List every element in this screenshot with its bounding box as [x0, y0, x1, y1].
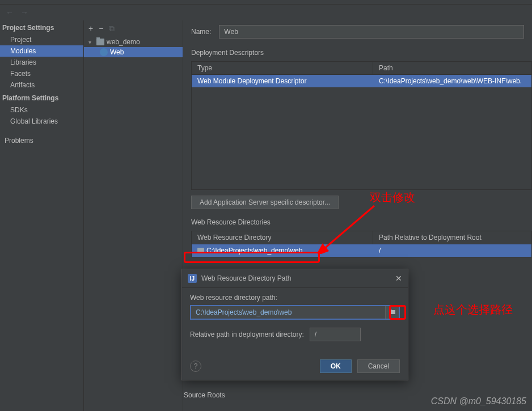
path-label: Web resource directory path: — [190, 294, 400, 302]
sidebar-item-global-libraries[interactable]: Global Libraries — [0, 116, 83, 127]
chevron-down-icon: ▾ — [88, 39, 94, 45]
wrd-cell-rel: / — [373, 244, 531, 257]
web-icon — [100, 48, 108, 56]
ok-button[interactable]: OK — [320, 359, 352, 373]
add-icon[interactable]: + — [88, 24, 93, 33]
sidebar-item-project[interactable]: Project — [0, 34, 83, 45]
source-roots-label: Source Roots — [184, 391, 225, 399]
sidebar-item-sdks[interactable]: SDKs — [0, 104, 83, 116]
dd-table-empty — [192, 87, 531, 189]
folder-icon — [96, 39, 104, 45]
dd-cell-path: C:\IdeaProjects\web_demo\web\WEB-INF\web… — [373, 75, 531, 87]
web-resource-directories-label: Web Resource Directories — [183, 215, 532, 231]
tree-toolbar: + − ⧉ — [84, 23, 183, 37]
dd-header-path: Path — [373, 62, 531, 74]
annotation-text-1: 双击修改 — [370, 190, 415, 205]
sidebar-item-facets[interactable]: Facets — [0, 68, 83, 79]
project-settings-header: Project Settings — [0, 20, 83, 34]
sidebar-item-libraries[interactable]: Libraries — [0, 57, 83, 68]
platform-settings-header: Platform Settings — [0, 91, 83, 104]
wrd-header-dir: Web Resource Directory — [192, 231, 373, 244]
settings-sidebar: Project Settings Project Modules Librari… — [0, 20, 84, 411]
tree-root-web-demo[interactable]: ▾ web_demo — [84, 37, 183, 47]
copy-icon[interactable]: ⧉ — [109, 24, 115, 33]
dd-cell-type: Web Module Deployment Descriptor — [192, 75, 373, 87]
module-tree-panel: + − ⧉ ▾ web_demo Web — [84, 20, 183, 411]
path-input[interactable] — [191, 306, 385, 319]
watermark: CSDN @m0_59430185 — [431, 396, 526, 406]
deployment-descriptors-label: Deployment Descriptors — [183, 45, 532, 61]
web-resource-path-dialog: IJ Web Resource Directory Path ✕ Web res… — [181, 269, 408, 380]
tree-root-label: web_demo — [107, 38, 140, 46]
tree-item-web[interactable]: Web — [84, 47, 183, 57]
titlebar — [0, 0, 532, 5]
dd-table-row[interactable]: Web Module Deployment Descriptor C:\Idea… — [192, 75, 531, 87]
rel-path-input[interactable] — [310, 328, 361, 341]
deployment-descriptors-table: Type Path Web Module Deployment Descript… — [191, 61, 532, 190]
sidebar-item-artifacts[interactable]: Artifacts — [0, 79, 83, 91]
cancel-button[interactable]: Cancel — [357, 359, 400, 373]
back-arrow[interactable]: ← — [3, 8, 16, 17]
nav-toolbar: ← → — [0, 5, 532, 20]
remove-icon[interactable]: − — [99, 24, 103, 33]
tree-item-label: Web — [110, 48, 124, 56]
sidebar-item-problems[interactable]: Problems — [0, 135, 83, 146]
wrd-table-row[interactable]: C:\IdeaProjects\web_demo\web / — [192, 244, 531, 257]
sidebar-item-modules[interactable]: Modules — [0, 45, 83, 57]
browse-button[interactable] — [385, 306, 399, 319]
help-icon[interactable]: ? — [190, 361, 201, 372]
rel-path-label: Relative path in deployment directory: — [190, 331, 304, 338]
dd-header-type: Type — [192, 62, 373, 74]
dialog-title: Web Resource Directory Path — [201, 274, 395, 282]
dialog-icon: IJ — [188, 274, 197, 283]
close-icon[interactable]: ✕ — [395, 274, 402, 283]
wrd-header-rel: Path Relative to Deployment Root — [373, 231, 531, 244]
name-label: Name: — [191, 28, 211, 36]
wrd-cell-dir: C:\IdeaProjects\web_demo\web — [192, 244, 373, 257]
forward-arrow[interactable]: → — [18, 8, 31, 17]
folder-open-icon — [389, 308, 396, 317]
add-descriptor-button[interactable]: Add Application Server specific descript… — [191, 196, 339, 209]
annotation-text-2: 点这个选择路径 — [433, 302, 513, 317]
folder-icon — [197, 248, 204, 253]
web-resource-directories-table: Web Resource Directory Path Relative to … — [191, 231, 532, 257]
name-input[interactable] — [219, 25, 524, 39]
